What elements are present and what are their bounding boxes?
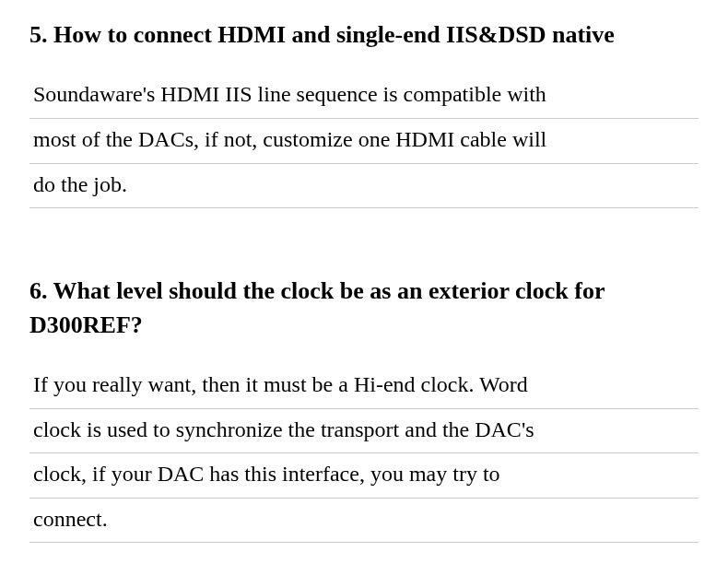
faq-heading-5: 5. How to connect HDMI and single-end II…: [29, 18, 699, 52]
faq-answer-line: most of the DACs, if not, customize one …: [29, 119, 699, 164]
faq-answer-line: clock is used to synchronize the transpo…: [29, 409, 699, 454]
faq-answer-line: Soundaware's HDMI IIS line sequence is c…: [29, 74, 699, 119]
faq-answer-line: If you really want, then it must be a Hi…: [29, 364, 699, 409]
faq-answer-line: clock, if your DAC has this interface, y…: [29, 453, 699, 499]
faq-answer-line: do the job.: [29, 164, 699, 209]
faq-section-5: 5. How to connect HDMI and single-end II…: [29, 18, 699, 208]
faq-section-6: 6. What level should the clock be as an …: [29, 275, 699, 543]
faq-answer-line: connect.: [29, 499, 699, 544]
faq-heading-6: 6. What level should the clock be as an …: [29, 275, 699, 342]
